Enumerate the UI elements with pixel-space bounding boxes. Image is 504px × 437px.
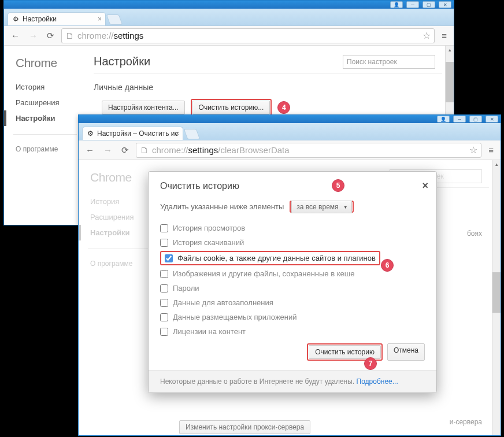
- checkbox-label: Файлы cookie, а также другие данные сайт…: [177, 254, 376, 262]
- close-tab-icon[interactable]: ×: [98, 15, 102, 23]
- close-window-button[interactable]: ✕: [486, 116, 498, 123]
- forward-button: →: [27, 28, 40, 43]
- dialog-prompt-label: Удалить указанные ниже элементы: [160, 202, 284, 211]
- content-settings-button[interactable]: Настройки контента...: [102, 101, 185, 114]
- page-icon: 🗋: [65, 31, 74, 40]
- annotation-badge-4: 4: [277, 101, 290, 114]
- time-period-select[interactable]: за все время: [291, 201, 351, 213]
- sidebar-item-settings[interactable]: Настройки: [4, 110, 88, 126]
- back-button[interactable]: ←: [9, 28, 22, 43]
- checkbox-input[interactable]: [160, 284, 168, 292]
- checkbox-input[interactable]: [165, 254, 173, 262]
- highlight-box-6: Файлы cookie, а также другие данные сайт…: [160, 251, 380, 265]
- toolbar: ← → ⟳ 🗋 chrome://settings/clearBrowserDa…: [79, 140, 501, 160]
- tab-strip: ⚙ Настройки – Очистить ис ×: [79, 123, 501, 140]
- minimize-button[interactable]: ─: [406, 1, 419, 8]
- gear-icon: ⚙: [87, 129, 94, 138]
- new-tab-button[interactable]: [106, 14, 123, 25]
- toolbar: ← → ⟳ 🗋 chrome://settings ☆ ≡: [4, 26, 454, 46]
- tab-title: Настройки: [23, 15, 57, 23]
- checkbox-option: История просмотров: [160, 221, 425, 235]
- page-icon: 🗋: [140, 145, 149, 155]
- tab-strip: ⚙ Настройки ×: [4, 9, 454, 26]
- maximize-button[interactable]: ▢: [423, 1, 435, 8]
- checkbox-label: История скачиваний: [173, 238, 244, 247]
- menu-button[interactable]: ≡: [439, 28, 449, 43]
- reload-button[interactable]: ⟳: [45, 28, 57, 43]
- checkbox-label: Данные размещаемых приложений: [173, 313, 297, 321]
- scrollbar[interactable]: ▴: [492, 160, 501, 435]
- background-text: и-сервера: [450, 418, 482, 426]
- maximize-button[interactable]: ▢: [469, 116, 482, 123]
- checkbox-label: История просмотров: [173, 224, 245, 232]
- annotation-badge-6: 6: [381, 259, 394, 272]
- clear-history-dialog: × Очистить историю Удалить указанные ниж…: [148, 171, 437, 393]
- close-window-button[interactable]: ✕: [439, 1, 451, 8]
- sidebar-item-history[interactable]: История: [16, 79, 88, 95]
- dialog-close-button[interactable]: ×: [422, 180, 428, 192]
- checkbox-input[interactable]: [160, 328, 168, 336]
- browser-tab[interactable]: ⚙ Настройки – Очистить ис ×: [82, 127, 183, 140]
- checkbox-input[interactable]: [160, 299, 168, 307]
- annotation-badge-5: 5: [332, 179, 344, 192]
- clear-history-button[interactable]: Очистить историю...: [192, 101, 270, 114]
- user-menu-button[interactable]: 👤: [437, 116, 450, 123]
- dialog-notice: Некоторые данные о работе в Интернете не…: [149, 370, 436, 392]
- bookmark-star-icon[interactable]: ☆: [469, 145, 477, 155]
- sidebar-item-extensions[interactable]: Расширения: [16, 95, 88, 110]
- checkbox-option: Данные для автозаполнения: [160, 295, 425, 310]
- titlebar: 👤 ─ ▢ ✕: [4, 1, 454, 9]
- gear-icon: ⚙: [13, 15, 19, 23]
- url-text: chrome://settings/clearBrowserData: [152, 145, 290, 155]
- sidebar: Chrome История Расширения Настройки О пр…: [4, 46, 88, 225]
- checkbox-input[interactable]: [160, 224, 168, 232]
- highlight-box-5: за все время: [290, 201, 353, 213]
- checkbox-input[interactable]: [160, 270, 168, 278]
- checkbox-label: Пароли: [173, 284, 199, 292]
- browser-tab[interactable]: ⚙ Настройки ×: [8, 12, 106, 25]
- annotation-badge-7: 7: [364, 357, 377, 370]
- back-button[interactable]: ←: [83, 143, 97, 157]
- chrome-logo: Chrome: [16, 56, 88, 70]
- forward-button: →: [101, 143, 114, 157]
- sidebar-divider: [88, 249, 151, 249]
- proxy-settings-button[interactable]: Изменить настройки прокси-сервера: [179, 420, 310, 434]
- cancel-button[interactable]: Отмена: [387, 343, 425, 361]
- dialog-title: Очистить историю: [149, 172, 436, 191]
- learn-more-link[interactable]: Подробнее...: [357, 377, 398, 386]
- close-tab-icon[interactable]: ×: [175, 129, 179, 138]
- checkbox-label: Данные для автозаполнения: [173, 298, 273, 307]
- url-text: chrome://settings: [77, 31, 143, 40]
- sidebar-item-about[interactable]: О программе: [16, 142, 88, 157]
- section-heading: Личные данные: [94, 83, 442, 92]
- user-menu-button[interactable]: 👤: [390, 1, 403, 8]
- url-bar[interactable]: 🗋 chrome://settings ☆: [61, 28, 435, 43]
- checkbox-label: Лицензии на контент: [173, 327, 246, 336]
- menu-button[interactable]: ≡: [486, 143, 496, 157]
- url-bar[interactable]: 🗋 chrome://settings/clearBrowserData ☆: [136, 143, 481, 158]
- checkbox-input[interactable]: [160, 239, 168, 247]
- new-tab-button[interactable]: [184, 129, 201, 139]
- reload-button[interactable]: ⟳: [119, 143, 131, 158]
- checkbox-option: Данные размещаемых приложений: [160, 310, 425, 324]
- titlebar: 👤 ─ ▢ ✕: [79, 115, 501, 123]
- background-text: бояx: [467, 229, 482, 238]
- settings-search-input[interactable]: Поиск настроек: [343, 55, 435, 69]
- checkbox-label: Изображения и другие файлы, сохраненные …: [173, 269, 354, 278]
- minimize-button[interactable]: ─: [453, 116, 466, 123]
- checkbox-option: Пароли: [160, 281, 425, 295]
- checkbox-input[interactable]: [160, 313, 168, 321]
- sidebar-divider: [13, 134, 77, 135]
- tab-title: Настройки – Очистить ис: [97, 129, 178, 138]
- checkbox-option: Лицензии на контент: [160, 324, 425, 339]
- checkbox-option: История скачиваний: [160, 235, 425, 250]
- bookmark-star-icon[interactable]: ☆: [423, 30, 431, 41]
- highlight-box-4: Очистить историю...: [191, 99, 272, 116]
